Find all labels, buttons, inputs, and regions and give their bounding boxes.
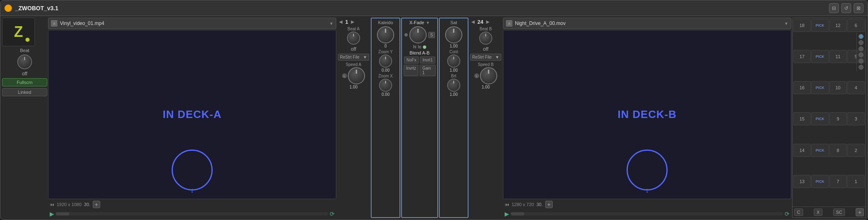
zoom-y-val: 0.00 bbox=[381, 68, 389, 73]
cue-pick-15[interactable]: PICK bbox=[811, 112, 829, 125]
deck-a-dropdown-icon[interactable]: ▼ bbox=[329, 21, 333, 26]
cue-11[interactable]: 11 bbox=[829, 50, 847, 63]
xfade-dot-right bbox=[423, 45, 426, 49]
gain-button[interactable]: Gain 1 bbox=[420, 65, 436, 76]
zoom-y-label: Zoom Y bbox=[379, 50, 393, 54]
invrtz-button[interactable]: Invrtz bbox=[404, 65, 418, 76]
deck-b-dropdown-icon[interactable]: ▼ bbox=[784, 21, 788, 26]
cue-c-button[interactable]: C bbox=[794, 209, 803, 216]
z-logo: Z bbox=[2, 18, 35, 46]
deck-a-prev-icon[interactable]: ⏮ bbox=[50, 202, 54, 207]
cue-x-button[interactable]: X bbox=[814, 209, 822, 216]
deck-a-nav: ◄ 1 ► bbox=[338, 18, 369, 25]
xfade-text: X-Fade bbox=[409, 20, 424, 25]
cue-pick-14[interactable]: PICK bbox=[811, 144, 829, 157]
xfade-s-button[interactable]: S bbox=[428, 32, 435, 38]
deck-a-title: IN DECK-A bbox=[163, 108, 221, 121]
speed-a-l-indicator: L bbox=[342, 73, 347, 78]
deck-b-play-button[interactable]: ▶ bbox=[505, 211, 509, 217]
nofx-button[interactable]: NoFx bbox=[404, 57, 419, 64]
deck-a-nav-next[interactable]: ► bbox=[350, 18, 356, 25]
deck-a-nav-prev[interactable]: ◄ bbox=[338, 18, 344, 25]
speed-a-knob[interactable] bbox=[348, 67, 365, 84]
cue-4[interactable]: 4 bbox=[847, 81, 865, 94]
cue-10[interactable]: 10 bbox=[829, 81, 847, 94]
deck-b-nav-next[interactable]: ► bbox=[485, 18, 491, 25]
xfade-dot-left bbox=[404, 33, 408, 36]
zoom-x-knob[interactable] bbox=[379, 79, 392, 92]
cue-12[interactable]: 12 bbox=[829, 19, 847, 32]
cue-17[interactable]: 17 bbox=[793, 50, 811, 63]
cue-pick-17[interactable]: PICK bbox=[811, 50, 829, 63]
deck-b-controls: ▶ ⟳ bbox=[503, 210, 791, 218]
invrt-button[interactable]: Invrt1 bbox=[420, 57, 435, 64]
cue-pick-18[interactable]: PICK bbox=[811, 19, 829, 32]
app-title: _ZWOBOT_v3.1 bbox=[15, 5, 58, 11]
cue-grid: 18 PICK 12 6 17 PICK 11 5 16 PICK 10 4 1… bbox=[792, 18, 866, 206]
kaleido-val: 0 bbox=[384, 44, 387, 48]
deck-a-progress-bar[interactable] bbox=[56, 212, 328, 215]
cue-3[interactable]: 3 bbox=[847, 112, 865, 125]
cue-sc-button[interactable]: SC bbox=[833, 209, 845, 216]
hi-label: hi bbox=[413, 45, 416, 49]
beat-a-container: Beat A bbox=[338, 27, 369, 45]
cue-13[interactable]: 13 bbox=[793, 175, 811, 188]
zoom-y-knob[interactable] bbox=[379, 54, 392, 68]
cue-dot-2 bbox=[859, 40, 863, 45]
kaleido-label: Kaleido bbox=[373, 20, 398, 25]
deck-b-loop-button[interactable]: ⟳ bbox=[785, 211, 790, 217]
cue-plus-button[interactable]: + bbox=[856, 208, 864, 216]
cue-7[interactable]: 7 bbox=[829, 175, 847, 188]
xfade-knob[interactable] bbox=[409, 26, 427, 43]
cue-pick-16[interactable]: PICK bbox=[811, 81, 829, 94]
deck-b-restrt-label: ReStrt File bbox=[472, 55, 491, 59]
cue-pick-13[interactable]: PICK bbox=[811, 175, 829, 188]
close-button[interactable]: ⊠ bbox=[854, 3, 863, 13]
cue-8[interactable]: 8 bbox=[829, 144, 847, 157]
speed-b-knob[interactable] bbox=[480, 67, 497, 84]
sat-knob[interactable] bbox=[445, 26, 462, 43]
app-window: _ZWOBOT_v3.1 ⊟ ↺ ⊠ Z Beat off Fullscrn L… bbox=[0, 0, 868, 220]
deck-a-plus-button[interactable]: + bbox=[93, 201, 100, 208]
cue-6[interactable]: 6 bbox=[847, 19, 865, 32]
cont-knob[interactable] bbox=[447, 54, 460, 68]
kaleido-knob[interactable] bbox=[377, 26, 394, 43]
title-bar: _ZWOBOT_v3.1 ⊟ ↺ ⊠ bbox=[0, 0, 868, 16]
deck-a-header: a Vinyl_video_01.mp4 ▼ bbox=[48, 18, 336, 29]
beat-b-knob[interactable] bbox=[479, 32, 492, 45]
deck-a-controls: ▶ ⟳ bbox=[48, 210, 336, 218]
fullscreen-button[interactable]: Fullscrn bbox=[2, 78, 47, 86]
cue-1[interactable]: 1 bbox=[847, 175, 865, 188]
cue-16[interactable]: 16 bbox=[793, 81, 811, 94]
beat-a-knob[interactable] bbox=[347, 32, 360, 45]
cue-15[interactable]: 15 bbox=[793, 112, 811, 125]
deck-a-play-button[interactable]: ▶ bbox=[50, 211, 54, 217]
deck-a-restrt-button[interactable]: ReStrt File ▼ bbox=[338, 54, 369, 61]
deck-b-side: ◄ 24 ► Beat B off ReStrt File ▼ Speed B … bbox=[469, 18, 502, 218]
deck-b-prev-icon[interactable]: ⏮ bbox=[505, 202, 509, 207]
deck-b-time: 30. bbox=[536, 202, 542, 207]
deck-a-circle bbox=[172, 150, 213, 191]
deck-a-loop-button[interactable]: ⟳ bbox=[330, 211, 335, 217]
cue-14[interactable]: 14 bbox=[793, 144, 811, 157]
app-icon bbox=[5, 5, 12, 12]
deck-b-restrt-button[interactable]: ReStrt File ▼ bbox=[470, 54, 501, 61]
deck-a-filename: Vinyl_video_01.mp4 bbox=[60, 20, 327, 26]
linked-button[interactable]: Linked bbox=[2, 88, 47, 96]
deck-b-progress-bar[interactable] bbox=[511, 212, 783, 215]
refresh-button[interactable]: ↺ bbox=[841, 3, 851, 13]
cue-2[interactable]: 2 bbox=[847, 144, 865, 157]
brt-knob[interactable] bbox=[447, 79, 460, 92]
blend-label: Blend A-B bbox=[410, 50, 430, 55]
deck-b-plus-button[interactable]: + bbox=[545, 201, 553, 208]
zoom-x-container: Zoom X 0.00 bbox=[373, 74, 398, 97]
cue-18[interactable]: 18 bbox=[793, 19, 811, 32]
minimize-button[interactable]: ⊟ bbox=[829, 3, 839, 13]
cue-9[interactable]: 9 bbox=[829, 112, 847, 125]
xfade-dropdown-arrow[interactable]: ▼ bbox=[426, 20, 430, 25]
beat-knob[interactable] bbox=[17, 54, 32, 69]
z-letter: Z bbox=[14, 25, 23, 39]
deck-a-restrt-arrow: ▼ bbox=[363, 55, 367, 59]
deck-b-preview: IN DECK-B ↓ bbox=[503, 30, 791, 199]
deck-b-nav-prev[interactable]: ◄ bbox=[470, 18, 476, 25]
